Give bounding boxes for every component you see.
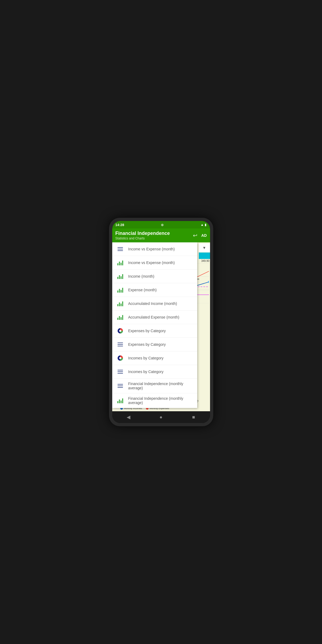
hamburger-icon-10 — [117, 368, 124, 375]
back-nav-icon: ◀ — [127, 414, 130, 420]
pie-chart-icon-9 — [117, 354, 124, 362]
back-button[interactable]: ↩ — [193, 232, 197, 239]
dropdown-item-text-2: Income vs Expense (month) — [128, 261, 175, 265]
app-bar-title-area: Financial Independence Statistics and Ch… — [115, 231, 193, 240]
dropdown-item-text-8: Expenses by Category — [128, 342, 166, 347]
dropdown-item-12[interactable]: Financial Independence (monthly average) — [112, 393, 197, 408]
chevron-down-icon: ▼ — [203, 246, 206, 250]
ad-button[interactable]: AD — [201, 233, 207, 238]
dropdown-item-text-6: Accumulated Expense (month) — [128, 315, 179, 319]
dropdown-button[interactable]: ▼ — [199, 243, 210, 252]
dropdown-item-2[interactable]: Income vs Expense (month) — [112, 256, 197, 270]
dropdown-item-text-4: Expense (month) — [128, 288, 157, 292]
dropdown-item-text-3: Income (month) — [128, 274, 154, 278]
bar-chart-icon-4 — [117, 286, 124, 294]
dropdown-item-text-12: Financial Independence (monthly average) — [128, 396, 193, 405]
pie-chart-icon-7 — [117, 327, 124, 335]
bar-chart-icon-5 — [117, 300, 124, 307]
status-icons: ▲ ▮ — [201, 223, 207, 227]
phone-device: 14:28 ⊕ ▲ ▮ Financial Independence Stati… — [109, 218, 213, 426]
dropdown-item-text-11: Financial Independence (monthly average) — [128, 382, 193, 390]
dropdown-item-4[interactable]: Expense (month) — [112, 283, 197, 297]
app-title: Financial Independence — [115, 231, 193, 236]
status-time: 14:28 — [115, 223, 124, 227]
hamburger-icon-11 — [117, 382, 124, 390]
dropdown-item-1[interactable]: Income vs Expense (month) — [112, 242, 197, 256]
dropdown-item-text-5: Accumulated Income (month) — [128, 301, 177, 306]
svg-point-13 — [119, 330, 121, 332]
bottom-nav: ◀ ● ■ — [112, 411, 210, 423]
dropdown-item-7[interactable]: Expenses by Category — [112, 324, 197, 338]
dropdown-item-6[interactable]: Accumulated Expense (month) — [112, 311, 197, 324]
bar-chart-icon-2 — [117, 259, 124, 266]
svg-point-11 — [208, 281, 209, 283]
dropdown-item-9[interactable]: Incomes by Category — [112, 351, 197, 365]
dropdown-item-text-10: Incomes by Category — [128, 370, 164, 374]
app-subtitle: Statistics and Charts — [115, 236, 193, 240]
dropdown-menu: Income vs Expense (month) Income vs Expe… — [112, 242, 197, 408]
dropdown-item-text-1: Income vs Expense (month) — [128, 247, 175, 251]
status-bar: 14:28 ⊕ ▲ ▮ — [112, 221, 210, 228]
bar-chart-icon-6 — [117, 313, 124, 321]
dropdown-item-5[interactable]: Accumulated Income (month) — [112, 297, 197, 311]
teal-highlight-bar — [199, 253, 210, 259]
hamburger-icon-8 — [117, 341, 124, 348]
home-nav-icon: ● — [160, 414, 162, 420]
app-bar-actions: ↩ AD — [193, 232, 207, 239]
svg-point-15 — [119, 357, 121, 359]
bar-chart-icon-12 — [117, 397, 124, 404]
dropdown-item-11[interactable]: Financial Independence (monthly average) — [112, 379, 197, 393]
recent-nav-button[interactable]: ■ — [188, 412, 199, 422]
home-nav-button[interactable]: ● — [156, 412, 166, 422]
back-nav-button[interactable]: ◀ — [123, 412, 134, 422]
app-bar: Financial Independence Statistics and Ch… — [112, 228, 210, 242]
dropdown-item-text-7: Expenses by Category — [128, 329, 166, 333]
dropdown-item-10[interactable]: Incomes by Category — [112, 365, 197, 379]
main-content: ▼ 349.90 150 100 87.44 50 — [112, 242, 210, 411]
hamburger-icon-1 — [117, 245, 124, 253]
signal-icon: ▲ — [201, 223, 204, 227]
dropdown-item-8[interactable]: Expenses by Category — [112, 338, 197, 351]
dropdown-item-text-9: Incomes by Category — [128, 356, 164, 360]
location-icon: ⊕ — [161, 223, 164, 227]
battery-icon: ▮ — [205, 223, 207, 227]
bar-chart-icon-3 — [117, 273, 124, 280]
phone-screen: 14:28 ⊕ ▲ ▮ Financial Independence Stati… — [112, 221, 210, 423]
recent-nav-icon: ■ — [192, 414, 195, 420]
dropdown-item-3[interactable]: Income (month) — [112, 270, 197, 283]
price-label: 349.90 — [201, 259, 210, 262]
